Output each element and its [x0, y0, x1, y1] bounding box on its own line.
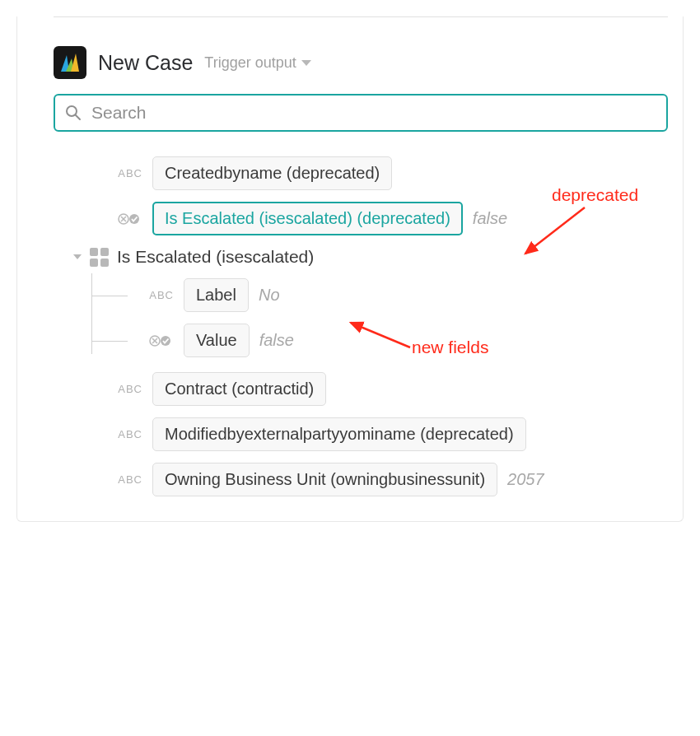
- field-value: No: [259, 286, 280, 305]
- field-isescalated-deprecated[interactable]: Is Escalated (isescalated) (deprecated): [152, 202, 463, 235]
- tree-line: [91, 341, 128, 342]
- field-owningbusinessunit[interactable]: Owning Business Unit (owningbusinessunit…: [152, 463, 497, 496]
- type-boolean-icon: [138, 334, 174, 347]
- svg-point-8: [129, 214, 139, 224]
- search-icon: [65, 105, 82, 121]
- field-value: false: [473, 209, 507, 228]
- search-field[interactable]: [54, 94, 668, 132]
- panel-header: New Case Trigger output: [54, 46, 668, 79]
- search-input[interactable]: [90, 102, 656, 123]
- field-value: false: [259, 331, 294, 350]
- divider: [54, 16, 668, 17]
- field-contract[interactable]: Contract (contractid): [152, 372, 326, 406]
- field-value: 2057: [507, 470, 544, 489]
- field-modifiedby[interactable]: Modifiedbyexternalpartyyominame (depreca…: [152, 417, 526, 451]
- type-boolean-icon: [106, 212, 142, 226]
- field-row: ABC Modifiedbyexternalpartyyominame (dep…: [106, 417, 668, 451]
- field-group-children: ABC Label No Value false: [91, 278, 668, 357]
- type-abc-icon: ABC: [106, 167, 142, 179]
- panel-subtitle[interactable]: Trigger output: [204, 54, 310, 72]
- svg-point-12: [161, 336, 170, 346]
- field-createdbyname[interactable]: Createdbyname (deprecated): [152, 156, 392, 190]
- field-group-label: Is Escalated (isescalated): [117, 247, 314, 267]
- type-abc-icon: ABC: [106, 473, 142, 486]
- dynamics-app-icon: [54, 46, 86, 79]
- svg-point-3: [67, 106, 77, 116]
- tree-line: [91, 296, 128, 296]
- field-group-isescalated[interactable]: Is Escalated (isescalated): [73, 247, 668, 267]
- field-row: ABC Label No: [91, 278, 668, 312]
- field-row: ABC Owning Business Unit (owningbusiness…: [106, 463, 668, 496]
- chevron-down-icon: [73, 254, 82, 259]
- type-abc-icon: ABC: [106, 428, 142, 440]
- type-abc-icon: ABC: [138, 289, 174, 301]
- field-value-pill[interactable]: Value: [184, 324, 250, 357]
- chevron-down-icon: [301, 60, 311, 66]
- trigger-output-panel: New Case Trigger output ABC Createdbynam…: [16, 16, 684, 522]
- panel-title: New Case: [98, 51, 193, 75]
- field-label[interactable]: Label: [184, 278, 249, 312]
- type-abc-icon: ABC: [106, 383, 142, 395]
- field-row: Is Escalated (isescalated) (deprecated) …: [106, 202, 668, 235]
- svg-line-4: [76, 115, 80, 119]
- field-row: ABC Contract (contractid): [106, 372, 668, 406]
- field-row: Value false: [91, 324, 668, 357]
- object-icon: [90, 248, 109, 267]
- field-row: ABC Createdbyname (deprecated): [106, 156, 668, 190]
